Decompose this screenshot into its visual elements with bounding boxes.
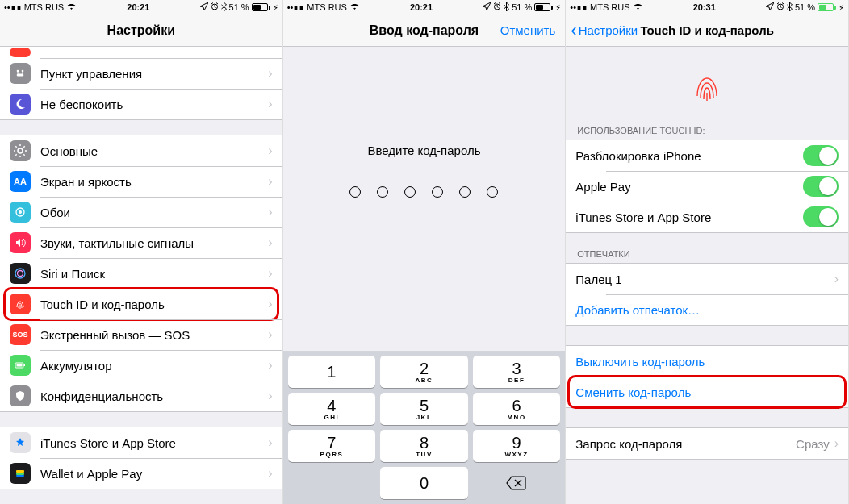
status-bar: ••∎∎ MTS RUS 20:31 51 % ⚡︎	[566, 0, 848, 15]
row-unlock-iphone[interactable]: Разблокировка iPhone	[566, 140, 848, 171]
key-2[interactable]: 2ABC	[380, 356, 468, 388]
row-display[interactable]: AA Экран и яркость ›	[0, 166, 282, 197]
battery-icon	[818, 3, 836, 11]
row-wallet[interactable]: Wallet и Apple Pay ›	[0, 458, 282, 489]
settings-screen: ••∎∎ MTS RUS 20:21 51 % ⚡︎ Настройки	[0, 0, 283, 504]
display-icon: AA	[10, 171, 31, 192]
wifi-icon	[633, 2, 643, 12]
charging-icon: ⚡︎	[555, 3, 561, 12]
moon-icon	[10, 94, 31, 115]
signal-icon: ••∎∎	[570, 2, 588, 13]
row-battery[interactable]: Аккумулятор ›	[0, 350, 282, 381]
row-finger-1[interactable]: Палец 1 ›	[566, 264, 848, 294]
row-sos[interactable]: SOS Экстренный вызов — SOS ›	[0, 319, 282, 350]
chevron-right-icon: ›	[268, 205, 272, 219]
battery-icon	[534, 3, 553, 11]
section-header-prints: ОТПЕЧАТКИ	[566, 244, 848, 263]
toggle-applepay[interactable]	[803, 176, 839, 197]
sound-icon	[10, 232, 31, 253]
row-turn-off-passcode[interactable]: Выключить код-пароль	[566, 346, 848, 377]
chevron-left-icon: ‹	[571, 22, 576, 40]
status-time: 20:31	[693, 2, 716, 12]
chevron-right-icon: ›	[268, 297, 272, 311]
svg-rect-10	[24, 364, 26, 366]
row-control-center[interactable]: Пункт управления ›	[0, 58, 282, 89]
back-button[interactable]: ‹ Настройки	[571, 22, 638, 40]
chevron-right-icon: ›	[834, 436, 839, 451]
alarm-icon	[211, 2, 219, 12]
wifi-icon	[349, 2, 360, 12]
control-center-icon	[10, 63, 31, 84]
section-header-use: ИСПОЛЬЗОВАНИЕ TOUCH ID:	[566, 121, 848, 140]
chevron-right-icon: ›	[268, 174, 272, 189]
key-delete[interactable]	[473, 467, 561, 499]
row-general[interactable]: Основные ›	[0, 135, 282, 166]
numeric-keypad: 1 2ABC 3DEF 4GHI 5JKL 6MNO 7PQRS 8TUV 9W…	[283, 351, 566, 504]
passcode-dot	[349, 186, 361, 198]
chevron-right-icon: ›	[268, 235, 272, 250]
row-change-passcode[interactable]: Сменить код-пароль	[566, 377, 848, 407]
key-8[interactable]: 8TUV	[380, 430, 468, 462]
row-blank-top[interactable]	[0, 47, 282, 58]
key-7[interactable]: 7PQRS	[288, 430, 376, 462]
key-0[interactable]: 0	[380, 467, 468, 499]
svg-rect-12	[16, 470, 24, 473]
wallet-icon	[10, 463, 31, 484]
key-9[interactable]: 9WXYZ	[473, 430, 561, 462]
settings-list[interactable]: Пункт управления › Не беспокоить › Основ…	[0, 47, 282, 504]
gear-icon	[10, 140, 31, 161]
location-icon	[200, 2, 208, 12]
toggle-unlock[interactable]	[803, 145, 839, 166]
cancel-button[interactable]: Отменить	[500, 23, 556, 37]
wifi-icon	[66, 2, 77, 12]
location-icon	[766, 2, 774, 12]
signal-icon: ••∎∎	[287, 2, 305, 13]
nav-bar: Ввод код-пароля Отменить	[283, 15, 566, 47]
key-1[interactable]: 1	[288, 356, 376, 388]
key-6[interactable]: 6MNO	[473, 393, 561, 425]
appstore-icon	[10, 432, 31, 453]
status-bar: ••∎∎ MTS RUS 20:21 51 % ⚡︎	[0, 0, 282, 15]
svg-rect-13	[16, 473, 24, 475]
row-siri[interactable]: Siri и Поиск ›	[0, 258, 282, 289]
row-dnd[interactable]: Не беспокоить ›	[0, 89, 282, 119]
battery-row-icon	[10, 355, 31, 376]
row-add-finger[interactable]: Добавить отпечаток…	[566, 294, 848, 325]
chevron-right-icon: ›	[268, 144, 272, 158]
signal-icon: ••∎∎	[4, 2, 22, 13]
battery-icon	[252, 3, 270, 11]
row-sounds[interactable]: Звуки, тактильные сигналы ›	[0, 227, 282, 258]
fingerprint-icon	[10, 294, 31, 314]
page-title: Ввод код-пароля	[370, 23, 479, 38]
touchid-content[interactable]: ИСПОЛЬЗОВАНИЕ TOUCH ID: Разблокировка iP…	[566, 47, 848, 504]
toggle-itunes[interactable]	[803, 206, 839, 227]
chevron-right-icon: ›	[834, 272, 839, 286]
passcode-area: Введите код-пароль	[283, 47, 566, 351]
chevron-right-icon: ›	[268, 466, 272, 481]
svg-point-4	[18, 148, 23, 153]
row-appstore[interactable]: iTunes Store и App Store ›	[0, 427, 282, 458]
passcode-dot	[432, 186, 443, 198]
passcode-dot	[377, 186, 388, 198]
row-apple-pay[interactable]: Apple Pay	[566, 171, 848, 202]
key-4[interactable]: 4GHI	[288, 393, 376, 425]
chevron-right-icon: ›	[268, 389, 272, 403]
row-touchid[interactable]: Touch ID и код-пароль ›	[0, 289, 282, 319]
alarm-icon	[493, 2, 501, 12]
nav-bar: ‹ Настройки Touch ID и код-пароль	[566, 15, 848, 47]
backspace-icon	[506, 476, 527, 490]
chevron-right-icon: ›	[268, 97, 272, 111]
svg-rect-14	[16, 475, 24, 477]
key-5[interactable]: 5JKL	[380, 393, 468, 425]
svg-point-6	[19, 210, 22, 214]
row-itunes[interactable]: iTunes Store и App Store	[566, 202, 848, 232]
row-wallpaper[interactable]: Обои ›	[0, 197, 282, 227]
bluetooth-icon	[504, 2, 509, 13]
key-blank	[288, 467, 376, 499]
row-privacy[interactable]: Конфиденциальность ›	[0, 381, 282, 411]
chevron-right-icon: ›	[268, 358, 272, 373]
bluetooth-icon	[787, 2, 793, 13]
row-require-passcode[interactable]: Запрос код-пароля Сразу ›	[566, 428, 848, 459]
page-title: Настройки	[107, 23, 175, 38]
key-3[interactable]: 3DEF	[473, 356, 561, 388]
